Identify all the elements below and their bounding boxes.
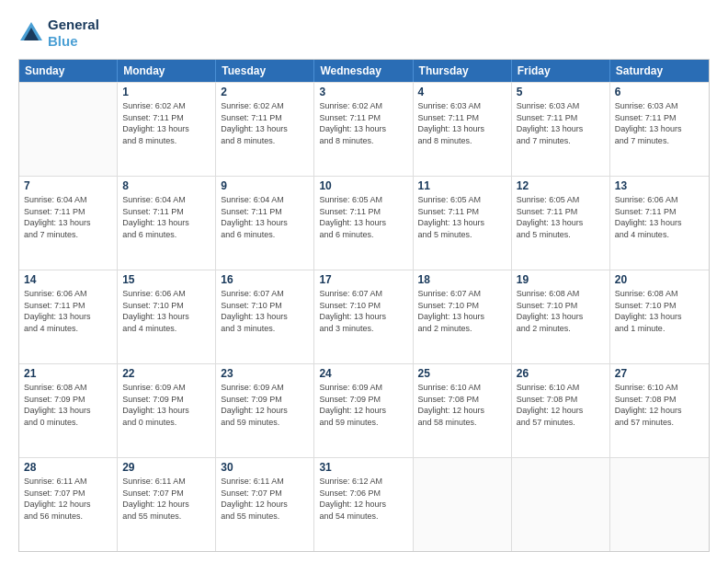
day-number: 22: [122, 367, 210, 380]
calendar-row-2: 7Sunrise: 6:04 AM Sunset: 7:11 PM Daylig…: [19, 176, 709, 270]
day-info: Sunrise: 6:05 AM Sunset: 7:11 PM Dayligh…: [418, 194, 506, 240]
day-number: 18: [418, 273, 506, 286]
day-info: Sunrise: 6:10 AM Sunset: 7:08 PM Dayligh…: [418, 382, 506, 428]
day-info: Sunrise: 6:09 AM Sunset: 7:09 PM Dayligh…: [319, 382, 407, 428]
calendar-body: 1Sunrise: 6:02 AM Sunset: 7:11 PM Daylig…: [19, 82, 709, 551]
day-cell-11: 11Sunrise: 6:05 AM Sunset: 7:11 PM Dayli…: [414, 177, 512, 270]
day-number: 26: [517, 367, 605, 380]
day-info: Sunrise: 6:04 AM Sunset: 7:11 PM Dayligh…: [122, 194, 210, 240]
header: General Blue: [18, 17, 710, 50]
calendar-row-3: 14Sunrise: 6:06 AM Sunset: 7:11 PM Dayli…: [19, 270, 709, 363]
header-cell-monday: Monday: [118, 60, 216, 82]
day-number: 31: [319, 461, 407, 474]
day-cell-24: 24Sunrise: 6:09 AM Sunset: 7:09 PM Dayli…: [314, 364, 413, 457]
day-number: 20: [615, 273, 704, 286]
header-cell-friday: Friday: [512, 60, 610, 82]
day-info: Sunrise: 6:10 AM Sunset: 7:08 PM Dayligh…: [615, 382, 704, 428]
day-cell-9: 9Sunrise: 6:04 AM Sunset: 7:11 PM Daylig…: [216, 177, 314, 270]
day-info: Sunrise: 6:09 AM Sunset: 7:09 PM Dayligh…: [221, 382, 309, 428]
day-cell-4: 4Sunrise: 6:03 AM Sunset: 7:11 PM Daylig…: [414, 83, 512, 176]
calendar-header: SundayMondayTuesdayWednesdayThursdayFrid…: [19, 60, 709, 82]
day-number: 29: [122, 461, 210, 474]
day-cell-20: 20Sunrise: 6:08 AM Sunset: 7:10 PM Dayli…: [610, 270, 709, 363]
calendar-row-5: 28Sunrise: 6:11 AM Sunset: 7:07 PM Dayli…: [19, 457, 709, 551]
day-number: 6: [615, 86, 704, 98]
day-info: Sunrise: 6:08 AM Sunset: 7:10 PM Dayligh…: [517, 288, 605, 334]
day-info: Sunrise: 6:03 AM Sunset: 7:11 PM Dayligh…: [615, 100, 704, 146]
day-number: 27: [615, 367, 704, 380]
day-cell-25: 25Sunrise: 6:10 AM Sunset: 7:08 PM Dayli…: [414, 364, 512, 457]
day-info: Sunrise: 6:04 AM Sunset: 7:11 PM Dayligh…: [221, 194, 309, 240]
day-cell-8: 8Sunrise: 6:04 AM Sunset: 7:11 PM Daylig…: [118, 177, 216, 270]
day-number: 8: [122, 179, 210, 192]
day-info: Sunrise: 6:10 AM Sunset: 7:08 PM Dayligh…: [517, 382, 605, 428]
header-cell-saturday: Saturday: [610, 60, 709, 82]
day-cell-15: 15Sunrise: 6:06 AM Sunset: 7:10 PM Dayli…: [118, 270, 216, 363]
day-number: 7: [24, 179, 112, 192]
day-number: 23: [221, 367, 309, 380]
day-cell-2: 2Sunrise: 6:02 AM Sunset: 7:11 PM Daylig…: [216, 83, 314, 176]
day-cell-1: 1Sunrise: 6:02 AM Sunset: 7:11 PM Daylig…: [118, 83, 216, 176]
day-info: Sunrise: 6:03 AM Sunset: 7:11 PM Dayligh…: [517, 100, 605, 146]
day-number: 14: [24, 273, 112, 286]
day-info: Sunrise: 6:11 AM Sunset: 7:07 PM Dayligh…: [24, 476, 112, 522]
day-info: Sunrise: 6:05 AM Sunset: 7:11 PM Dayligh…: [517, 194, 605, 240]
day-info: Sunrise: 6:06 AM Sunset: 7:11 PM Dayligh…: [615, 194, 704, 240]
day-info: Sunrise: 6:06 AM Sunset: 7:10 PM Dayligh…: [122, 288, 210, 334]
day-number: 1: [122, 86, 210, 98]
logo-icon: [18, 20, 44, 46]
day-info: Sunrise: 6:02 AM Sunset: 7:11 PM Dayligh…: [319, 100, 407, 146]
empty-cell: [610, 458, 709, 551]
day-cell-31: 31Sunrise: 6:12 AM Sunset: 7:06 PM Dayli…: [314, 458, 413, 551]
day-number: 17: [319, 273, 407, 286]
day-cell-21: 21Sunrise: 6:08 AM Sunset: 7:09 PM Dayli…: [19, 364, 118, 457]
day-cell-3: 3Sunrise: 6:02 AM Sunset: 7:11 PM Daylig…: [314, 83, 413, 176]
day-cell-23: 23Sunrise: 6:09 AM Sunset: 7:09 PM Dayli…: [216, 364, 314, 457]
header-cell-tuesday: Tuesday: [216, 60, 314, 82]
day-number: 19: [517, 273, 605, 286]
day-number: 16: [221, 273, 309, 286]
day-number: 12: [517, 179, 605, 192]
day-number: 9: [221, 179, 309, 192]
day-info: Sunrise: 6:11 AM Sunset: 7:07 PM Dayligh…: [122, 476, 210, 522]
day-info: Sunrise: 6:05 AM Sunset: 7:11 PM Dayligh…: [319, 194, 407, 240]
day-info: Sunrise: 6:09 AM Sunset: 7:09 PM Dayligh…: [122, 382, 210, 428]
day-cell-7: 7Sunrise: 6:04 AM Sunset: 7:11 PM Daylig…: [19, 177, 118, 270]
day-cell-6: 6Sunrise: 6:03 AM Sunset: 7:11 PM Daylig…: [610, 83, 709, 176]
day-number: 10: [319, 179, 407, 192]
day-number: 15: [122, 273, 210, 286]
day-info: Sunrise: 6:06 AM Sunset: 7:11 PM Dayligh…: [24, 288, 112, 334]
day-cell-26: 26Sunrise: 6:10 AM Sunset: 7:08 PM Dayli…: [512, 364, 610, 457]
day-number: 28: [24, 461, 112, 474]
logo-text: General Blue: [48, 17, 99, 50]
day-info: Sunrise: 6:04 AM Sunset: 7:11 PM Dayligh…: [24, 194, 112, 240]
day-info: Sunrise: 6:08 AM Sunset: 7:09 PM Dayligh…: [24, 382, 112, 428]
day-info: Sunrise: 6:07 AM Sunset: 7:10 PM Dayligh…: [221, 288, 309, 334]
day-cell-10: 10Sunrise: 6:05 AM Sunset: 7:11 PM Dayli…: [314, 177, 413, 270]
day-number: 30: [221, 461, 309, 474]
day-cell-16: 16Sunrise: 6:07 AM Sunset: 7:10 PM Dayli…: [216, 270, 314, 363]
day-cell-14: 14Sunrise: 6:06 AM Sunset: 7:11 PM Dayli…: [19, 270, 118, 363]
day-cell-17: 17Sunrise: 6:07 AM Sunset: 7:10 PM Dayli…: [314, 270, 413, 363]
day-number: 13: [615, 179, 704, 192]
logo: General Blue: [18, 17, 99, 50]
day-info: Sunrise: 6:08 AM Sunset: 7:10 PM Dayligh…: [615, 288, 704, 334]
day-number: 24: [319, 367, 407, 380]
day-info: Sunrise: 6:02 AM Sunset: 7:11 PM Dayligh…: [122, 100, 210, 146]
day-cell-12: 12Sunrise: 6:05 AM Sunset: 7:11 PM Dayli…: [512, 177, 610, 270]
day-cell-5: 5Sunrise: 6:03 AM Sunset: 7:11 PM Daylig…: [512, 83, 610, 176]
day-info: Sunrise: 6:11 AM Sunset: 7:07 PM Dayligh…: [221, 476, 309, 522]
calendar-row-1: 1Sunrise: 6:02 AM Sunset: 7:11 PM Daylig…: [19, 82, 709, 176]
header-cell-thursday: Thursday: [414, 60, 512, 82]
empty-cell: [414, 458, 512, 551]
day-number: 4: [418, 86, 506, 98]
header-cell-sunday: Sunday: [19, 60, 118, 82]
header-cell-wednesday: Wednesday: [314, 60, 413, 82]
day-cell-29: 29Sunrise: 6:11 AM Sunset: 7:07 PM Dayli…: [118, 458, 216, 551]
day-number: 5: [517, 86, 605, 98]
calendar: SundayMondayTuesdayWednesdayThursdayFrid…: [18, 59, 710, 552]
day-cell-27: 27Sunrise: 6:10 AM Sunset: 7:08 PM Dayli…: [610, 364, 709, 457]
day-number: 11: [418, 179, 506, 192]
day-info: Sunrise: 6:07 AM Sunset: 7:10 PM Dayligh…: [418, 288, 506, 334]
day-cell-30: 30Sunrise: 6:11 AM Sunset: 7:07 PM Dayli…: [216, 458, 314, 551]
